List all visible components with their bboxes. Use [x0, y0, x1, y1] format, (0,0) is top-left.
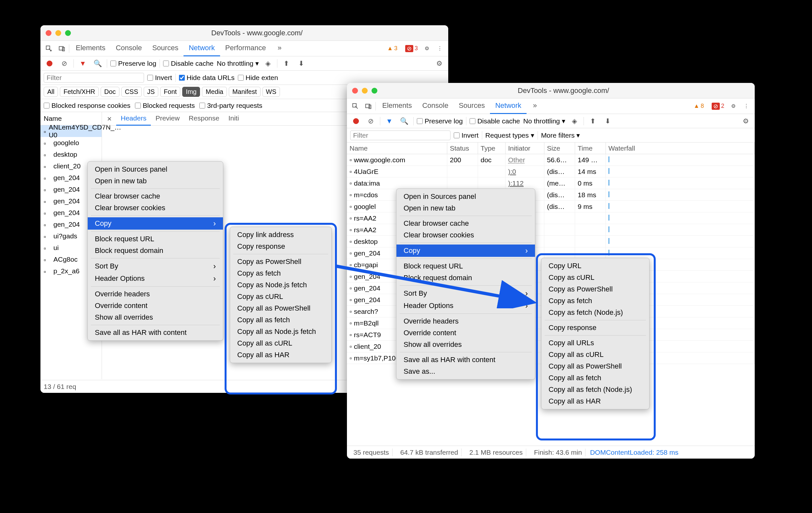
ctx-copy-response[interactable]: Copy response: [542, 322, 649, 333]
ctx-copy-as-fetch[interactable]: Copy as fetch: [230, 268, 331, 279]
ctx-copy-as-curl[interactable]: Copy as cURL: [542, 272, 649, 284]
ctx-block-request-domain[interactable]: Block request domain: [397, 272, 535, 284]
filter-icon[interactable]: ▼: [77, 58, 89, 69]
filter-input[interactable]: [44, 73, 144, 83]
ctx-copy-all-as-har[interactable]: Copy all as HAR: [230, 349, 331, 361]
ctx-save-all-as-har-with-content[interactable]: Save all as HAR with content: [397, 354, 535, 366]
ctx-override-content[interactable]: Override content: [397, 327, 535, 339]
device-toggle-icon[interactable]: [362, 100, 374, 112]
chip-manifest[interactable]: Manifest: [229, 87, 261, 97]
ctx-copy-all-urls[interactable]: Copy all URLs: [542, 337, 649, 349]
hide-data-urls-checkbox[interactable]: Hide data URLs: [179, 74, 235, 82]
ctx-copy-as-powershell[interactable]: Copy as PowerShell: [230, 256, 331, 268]
ctx-copy[interactable]: Copy: [397, 244, 535, 257]
ctx-header-options[interactable]: Header Options: [397, 300, 535, 312]
tab-network[interactable]: Network: [183, 40, 220, 56]
record-button[interactable]: [350, 115, 362, 127]
chip-ws[interactable]: WS: [262, 87, 280, 97]
panel-tab-preview[interactable]: Preview: [151, 112, 184, 126]
chip-fetch-xhr[interactable]: Fetch/XHR: [60, 87, 99, 97]
tab-elements[interactable]: Elements: [377, 98, 417, 114]
ctx-copy-all-as-powershell[interactable]: Copy all as PowerShell: [230, 302, 331, 314]
search-icon[interactable]: 🔍: [398, 115, 410, 127]
ctx-header-options[interactable]: Header Options: [88, 272, 223, 285]
ctx-block-request-domain[interactable]: Block request domain: [88, 245, 223, 256]
maximize-window-button[interactable]: [65, 30, 71, 36]
ctx-save-all-as-har-with-content[interactable]: Save all as HAR with content: [88, 327, 223, 339]
close-window-button[interactable]: [352, 88, 358, 93]
ctx-open-in-sources-panel[interactable]: Open in Sources panel: [88, 164, 223, 175]
ctx-save-as-[interactable]: Save as...: [397, 366, 535, 377]
blocked-cookies-checkbox[interactable]: Blocked response cookies: [44, 102, 130, 109]
chip-all[interactable]: All: [44, 87, 58, 97]
disable-cache-checkbox[interactable]: Disable cache: [163, 60, 213, 68]
ctx-clear-browser-cookies[interactable]: Clear browser cookies: [397, 229, 535, 241]
inspect-icon[interactable]: [350, 100, 361, 112]
ctx-copy-all-as-curl[interactable]: Copy all as cURL: [542, 349, 649, 360]
blocked-requests-checkbox[interactable]: Blocked requests: [135, 102, 195, 109]
ctx-show-all-overrides[interactable]: Show all overrides: [397, 339, 535, 350]
tab-elements[interactable]: Elements: [70, 40, 111, 56]
tab-performance[interactable]: Performance: [220, 40, 271, 56]
search-icon[interactable]: 🔍: [92, 58, 104, 69]
column-status[interactable]: Status: [447, 142, 478, 154]
inspect-icon[interactable]: [43, 43, 55, 54]
preserve-log-checkbox[interactable]: Preserve log: [110, 60, 156, 68]
ctx-copy-all-as-node-js-fetch[interactable]: Copy all as Node.js fetch: [230, 326, 331, 338]
network-settings-icon[interactable]: ⚙: [740, 115, 752, 127]
ctx-copy-all-as-fetch-node-js-[interactable]: Copy all as fetch (Node.js): [542, 384, 649, 396]
device-toggle-icon[interactable]: [56, 43, 68, 54]
column-type[interactable]: Type: [478, 142, 505, 154]
close-window-button[interactable]: [46, 30, 52, 36]
ctx-open-in-sources-panel[interactable]: Open in Sources panel: [397, 191, 535, 202]
ctx-open-in-new-tab[interactable]: Open in new tab: [397, 202, 535, 214]
panel-tab-headers[interactable]: Headers: [116, 112, 151, 126]
column-initiator[interactable]: Initiator: [505, 142, 544, 154]
panel-tab-initi[interactable]: Initi: [224, 112, 244, 126]
tab-console[interactable]: Console: [111, 40, 147, 56]
ctx-block-request-url[interactable]: Block request URL: [397, 261, 535, 272]
settings-icon[interactable]: ⚙: [421, 43, 433, 54]
maximize-window-button[interactable]: [372, 88, 377, 93]
chip-font[interactable]: Font: [160, 87, 180, 97]
ctx-copy-all-as-powershell[interactable]: Copy all as PowerShell: [542, 360, 649, 372]
column-size[interactable]: Size: [544, 142, 575, 154]
kebab-icon[interactable]: ⋮: [741, 100, 752, 112]
network-conditions-icon[interactable]: ◈: [569, 115, 580, 127]
invert-checkbox[interactable]: Invert: [454, 132, 478, 139]
filter-input[interactable]: [350, 131, 451, 140]
minimize-window-button[interactable]: [362, 88, 368, 93]
table-row[interactable]: ▫4UaGrE):0(dis…14 ms: [347, 166, 755, 178]
settings-icon[interactable]: ⚙: [728, 100, 739, 112]
chip-doc[interactable]: Doc: [100, 87, 119, 97]
network-settings-icon[interactable]: ⚙: [433, 58, 445, 69]
ctx-clear-browser-cache[interactable]: Clear browser cache: [397, 218, 535, 229]
warning-badge[interactable]: ▲ 3: [385, 44, 399, 52]
more-filters-dropdown[interactable]: More filters ▾: [541, 132, 580, 139]
preserve-log-checkbox[interactable]: Preserve log: [417, 117, 463, 125]
upload-har-icon[interactable]: ⬆: [587, 115, 599, 127]
throttling-select[interactable]: No throttling ▾: [217, 60, 259, 68]
hide-extensions-checkbox[interactable]: Hide exten: [238, 74, 278, 82]
ctx-copy-all-as-fetch[interactable]: Copy all as fetch: [542, 372, 649, 384]
invert-checkbox[interactable]: Invert: [147, 74, 172, 82]
download-har-icon[interactable]: ⬇: [602, 115, 614, 127]
chip-media[interactable]: Media: [202, 87, 227, 97]
error-badge[interactable]: ⊘ 2: [710, 102, 726, 110]
chip-css[interactable]: CSS: [121, 87, 142, 97]
minimize-window-button[interactable]: [55, 30, 61, 36]
warning-badge[interactable]: ▲ 8: [692, 102, 706, 110]
kebab-icon[interactable]: ⋮: [434, 43, 446, 54]
ctx-override-headers[interactable]: Override headers: [397, 316, 535, 327]
request-types-dropdown[interactable]: Request types ▾: [486, 132, 534, 139]
ctx-clear-browser-cookies[interactable]: Clear browser cookies: [88, 202, 223, 214]
ctx-block-request-url[interactable]: Block request URL: [88, 233, 223, 245]
chip-img[interactable]: Img: [182, 87, 200, 97]
ctx-copy-as-fetch[interactable]: Copy as fetch: [542, 295, 649, 307]
tab-sources[interactable]: Sources: [454, 98, 490, 114]
ctx-override-content[interactable]: Override content: [88, 300, 223, 312]
ctx-copy[interactable]: Copy: [88, 217, 223, 230]
ctx-sort-by[interactable]: Sort By: [397, 287, 535, 300]
ctx-copy-all-as-har[interactable]: Copy all as HAR: [542, 396, 649, 407]
request-item[interactable]: ▫desktop: [40, 148, 102, 160]
